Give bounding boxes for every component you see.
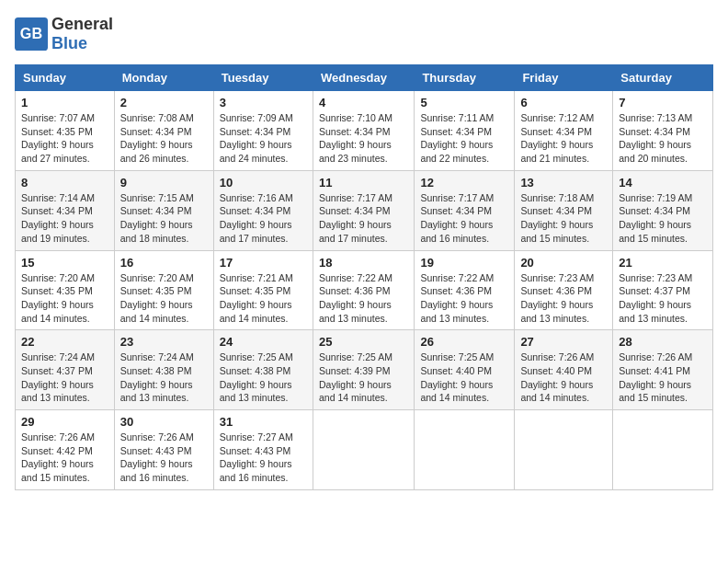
calendar-week-1: 1 Sunrise: 7:07 AM Sunset: 4:35 PM Dayli…	[16, 91, 713, 171]
calendar-body: 1 Sunrise: 7:07 AM Sunset: 4:35 PM Dayli…	[16, 91, 713, 490]
day-number: 8	[21, 176, 108, 190]
logo-general-text: General	[51, 15, 113, 33]
day-info: Sunrise: 7:17 AM Sunset: 4:34 PM Dayligh…	[420, 191, 508, 246]
calendar-cell: 6 Sunrise: 7:12 AM Sunset: 4:34 PM Dayli…	[515, 91, 613, 171]
day-info: Sunrise: 7:07 AM Sunset: 4:35 PM Dayligh…	[21, 111, 108, 166]
day-info: Sunrise: 7:10 AM Sunset: 4:34 PM Dayligh…	[319, 111, 408, 166]
calendar-week-5: 29 Sunrise: 7:26 AM Sunset: 4:42 PM Dayl…	[16, 410, 713, 490]
day-info: Sunrise: 7:08 AM Sunset: 4:34 PM Dayligh…	[120, 111, 208, 166]
calendar-cell: 1 Sunrise: 7:07 AM Sunset: 4:35 PM Dayli…	[16, 91, 115, 171]
calendar-cell: 22 Sunrise: 7:24 AM Sunset: 4:37 PM Dayl…	[16, 330, 115, 410]
calendar-cell: 30 Sunrise: 7:26 AM Sunset: 4:43 PM Dayl…	[114, 410, 213, 490]
calendar-week-4: 22 Sunrise: 7:24 AM Sunset: 4:37 PM Dayl…	[16, 330, 713, 410]
day-info: Sunrise: 7:20 AM Sunset: 4:35 PM Dayligh…	[120, 271, 208, 326]
day-info: Sunrise: 7:14 AM Sunset: 4:34 PM Dayligh…	[21, 191, 108, 246]
day-number: 25	[319, 335, 408, 349]
day-number: 3	[220, 96, 307, 109]
calendar-cell: 11 Sunrise: 7:17 AM Sunset: 4:34 PM Dayl…	[313, 170, 414, 250]
calendar-header-wednesday: Wednesday	[313, 65, 414, 91]
day-info: Sunrise: 7:13 AM Sunset: 4:34 PM Dayligh…	[619, 111, 707, 166]
day-info: Sunrise: 7:24 AM Sunset: 4:37 PM Dayligh…	[21, 350, 108, 405]
calendar-cell	[313, 410, 414, 490]
day-info: Sunrise: 7:12 AM Sunset: 4:34 PM Dayligh…	[520, 111, 607, 166]
day-number: 14	[619, 176, 707, 190]
calendar-table: SundayMondayTuesdayWednesdayThursdayFrid…	[15, 64, 713, 490]
day-info: Sunrise: 7:22 AM Sunset: 4:36 PM Dayligh…	[319, 271, 408, 326]
day-info: Sunrise: 7:22 AM Sunset: 4:36 PM Dayligh…	[420, 271, 508, 326]
calendar-cell	[515, 410, 613, 490]
logo-icon: GB	[15, 17, 48, 51]
calendar-cell: 25 Sunrise: 7:25 AM Sunset: 4:39 PM Dayl…	[313, 330, 414, 410]
page-header: GB General Blue	[15, 15, 713, 53]
day-number: 2	[120, 96, 208, 109]
day-info: Sunrise: 7:26 AM Sunset: 4:41 PM Dayligh…	[619, 350, 707, 405]
day-number: 22	[21, 335, 108, 349]
calendar-cell: 20 Sunrise: 7:23 AM Sunset: 4:36 PM Dayl…	[515, 250, 613, 330]
calendar-cell: 10 Sunrise: 7:16 AM Sunset: 4:34 PM Dayl…	[213, 170, 313, 250]
calendar-cell: 9 Sunrise: 7:15 AM Sunset: 4:34 PM Dayli…	[114, 170, 213, 250]
calendar-cell: 3 Sunrise: 7:09 AM Sunset: 4:34 PM Dayli…	[213, 91, 313, 171]
logo: GB General Blue	[15, 15, 113, 53]
day-number: 31	[220, 415, 307, 429]
calendar-cell: 31 Sunrise: 7:27 AM Sunset: 4:43 PM Dayl…	[213, 410, 313, 490]
calendar-cell: 13 Sunrise: 7:18 AM Sunset: 4:34 PM Dayl…	[515, 170, 613, 250]
day-info: Sunrise: 7:27 AM Sunset: 4:43 PM Dayligh…	[220, 431, 307, 485]
calendar-cell: 17 Sunrise: 7:21 AM Sunset: 4:35 PM Dayl…	[213, 250, 313, 330]
day-info: Sunrise: 7:21 AM Sunset: 4:35 PM Dayligh…	[220, 271, 307, 326]
day-info: Sunrise: 7:18 AM Sunset: 4:34 PM Dayligh…	[520, 191, 607, 246]
calendar-cell: 2 Sunrise: 7:08 AM Sunset: 4:34 PM Dayli…	[114, 91, 213, 171]
calendar-cell: 28 Sunrise: 7:26 AM Sunset: 4:41 PM Dayl…	[613, 330, 713, 410]
day-number: 5	[420, 96, 508, 109]
day-number: 26	[420, 335, 508, 349]
calendar-header-saturday: Saturday	[613, 65, 713, 91]
day-number: 18	[319, 256, 408, 270]
day-number: 12	[420, 176, 508, 190]
calendar-cell: 24 Sunrise: 7:25 AM Sunset: 4:38 PM Dayl…	[213, 330, 313, 410]
day-info: Sunrise: 7:19 AM Sunset: 4:34 PM Dayligh…	[619, 191, 707, 246]
day-number: 11	[319, 176, 408, 190]
day-info: Sunrise: 7:25 AM Sunset: 4:40 PM Dayligh…	[420, 350, 508, 405]
calendar-cell: 29 Sunrise: 7:26 AM Sunset: 4:42 PM Dayl…	[16, 410, 115, 490]
day-number: 19	[420, 256, 508, 270]
calendar-cell: 15 Sunrise: 7:20 AM Sunset: 4:35 PM Dayl…	[16, 250, 115, 330]
calendar-cell	[415, 410, 515, 490]
day-number: 30	[120, 415, 208, 429]
calendar-week-3: 15 Sunrise: 7:20 AM Sunset: 4:35 PM Dayl…	[16, 250, 713, 330]
day-number: 7	[619, 96, 707, 109]
day-number: 6	[520, 96, 607, 109]
day-info: Sunrise: 7:24 AM Sunset: 4:38 PM Dayligh…	[120, 350, 208, 405]
day-info: Sunrise: 7:26 AM Sunset: 4:40 PM Dayligh…	[520, 350, 607, 405]
day-info: Sunrise: 7:20 AM Sunset: 4:35 PM Dayligh…	[21, 271, 108, 326]
day-info: Sunrise: 7:25 AM Sunset: 4:38 PM Dayligh…	[220, 350, 307, 405]
day-info: Sunrise: 7:16 AM Sunset: 4:34 PM Dayligh…	[220, 191, 307, 246]
day-number: 21	[619, 256, 707, 270]
day-number: 23	[120, 335, 208, 349]
calendar-cell: 19 Sunrise: 7:22 AM Sunset: 4:36 PM Dayl…	[415, 250, 515, 330]
calendar-header-monday: Monday	[114, 65, 213, 91]
calendar-week-2: 8 Sunrise: 7:14 AM Sunset: 4:34 PM Dayli…	[16, 170, 713, 250]
day-info: Sunrise: 7:15 AM Sunset: 4:34 PM Dayligh…	[120, 191, 208, 246]
calendar-header-tuesday: Tuesday	[213, 65, 313, 91]
calendar-cell: 21 Sunrise: 7:23 AM Sunset: 4:37 PM Dayl…	[613, 250, 713, 330]
day-number: 1	[21, 96, 108, 109]
calendar-cell: 23 Sunrise: 7:24 AM Sunset: 4:38 PM Dayl…	[114, 330, 213, 410]
day-number: 20	[520, 256, 607, 270]
day-number: 16	[120, 256, 208, 270]
day-number: 29	[21, 415, 108, 429]
day-info: Sunrise: 7:26 AM Sunset: 4:42 PM Dayligh…	[21, 431, 108, 485]
calendar-cell: 4 Sunrise: 7:10 AM Sunset: 4:34 PM Dayli…	[313, 91, 414, 171]
day-info: Sunrise: 7:25 AM Sunset: 4:39 PM Dayligh…	[319, 350, 408, 405]
day-info: Sunrise: 7:26 AM Sunset: 4:43 PM Dayligh…	[120, 431, 208, 485]
calendar-header-sunday: Sunday	[16, 65, 115, 91]
day-info: Sunrise: 7:23 AM Sunset: 4:36 PM Dayligh…	[520, 271, 607, 326]
calendar-cell: 8 Sunrise: 7:14 AM Sunset: 4:34 PM Dayli…	[16, 170, 115, 250]
day-number: 13	[520, 176, 607, 190]
day-number: 24	[220, 335, 307, 349]
day-info: Sunrise: 7:23 AM Sunset: 4:37 PM Dayligh…	[619, 271, 707, 326]
calendar-cell	[613, 410, 713, 490]
calendar-cell: 5 Sunrise: 7:11 AM Sunset: 4:34 PM Dayli…	[415, 91, 515, 171]
calendar-cell: 26 Sunrise: 7:25 AM Sunset: 4:40 PM Dayl…	[415, 330, 515, 410]
logo-blue-text: Blue	[51, 34, 87, 52]
svg-text:GB: GB	[20, 25, 42, 41]
day-number: 15	[21, 256, 108, 270]
